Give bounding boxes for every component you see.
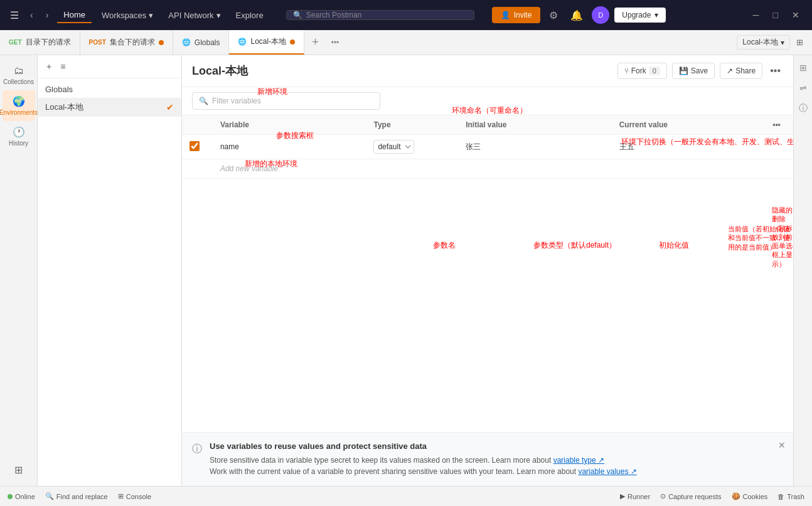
cookies-label: Cookies [743, 493, 768, 500]
trash-label: Trash [787, 493, 804, 500]
sidebar-item-history[interactable]: 🕐 History [3, 121, 35, 152]
environment-actions: ⑂ Fork 0 💾 Save ↗ Share ••• [617, 63, 783, 79]
current-value-input[interactable] [619, 142, 758, 151]
invite-button[interactable]: 👤 Invite [492, 7, 541, 23]
variables-table: Variable Type Initial value Current valu… [182, 115, 793, 179]
tab-local-dot [290, 40, 295, 45]
history-icon: 🕐 [13, 126, 25, 138]
save-icon: 💾 [679, 66, 688, 75]
runner-button[interactable]: ▶ Runner [620, 492, 650, 500]
search-placeholder: Search Postman [306, 11, 362, 19]
capture-requests-button[interactable]: ⊙ Capture requests [660, 492, 721, 500]
collections-icon: 🗂 [14, 65, 24, 76]
online-dot [8, 494, 13, 499]
minimize-button[interactable]: ─ [748, 8, 764, 23]
filter-environments-button[interactable]: ≡ [58, 60, 68, 73]
notification-icon[interactable]: 🔔 [567, 6, 587, 25]
sidebar-item-local-env[interactable]: Local-本地 ✔ [38, 98, 181, 117]
settings-icon[interactable]: ⚙ [545, 6, 562, 25]
environment-more-button[interactable]: ••• [767, 63, 783, 79]
right-sidebar: ⊞ ⇌ ⓘ [793, 55, 812, 486]
home-tab[interactable]: Home [57, 8, 92, 23]
workspaces-menu[interactable]: Workspaces ▾ [97, 8, 158, 23]
th-type: Type [366, 115, 458, 135]
row-current-cell [612, 135, 766, 159]
sidebar-item-environments[interactable]: 🌍 Environments [3, 90, 35, 121]
save-button[interactable]: 💾 Save [672, 63, 715, 79]
variable-enabled-checkbox[interactable] [190, 141, 200, 151]
env-selector-label: Local-本地 [742, 37, 778, 48]
capture-icon: ⊙ [660, 492, 666, 500]
explore-link[interactable]: Explore [231, 8, 269, 23]
avatar[interactable]: D [592, 6, 609, 24]
online-label: Online [15, 493, 35, 500]
active-env-check-icon: ✔ [166, 102, 174, 112]
variable-type-select[interactable]: default secret [373, 140, 414, 154]
new-tab-button[interactable]: + [304, 30, 326, 55]
tab-right-actions: Local-本地 ▾ ⊞ [732, 30, 812, 55]
sidebar-item-globals[interactable]: Globals [38, 81, 181, 98]
info-icon: ⓘ [192, 443, 202, 477]
close-button[interactable]: ✕ [787, 8, 804, 23]
filter-search-icon: 🔍 [199, 97, 208, 105]
add-variable-cell[interactable]: Add new variable [213, 159, 793, 179]
cookies-button[interactable]: 🍪 Cookies [732, 492, 768, 500]
back-button[interactable]: ‹ [26, 8, 37, 23]
env-selector-chevron-icon: ▾ [781, 38, 784, 47]
sidebar-item-collections[interactable]: 🗂 Collections [3, 60, 35, 90]
tab-globals-label: Globals [195, 38, 220, 47]
environments-icon: 🌍 [13, 95, 25, 107]
local-env-item-label: Local-本地 [45, 102, 83, 113]
variable-name-input[interactable] [220, 142, 359, 151]
layout-icon[interactable]: ⊞ [793, 34, 807, 51]
share-button[interactable]: ↗ Share [720, 63, 762, 79]
variables-table-container: Variable Type Initial value Current valu… [182, 115, 793, 432]
bottombar: Online 🔍 Find and replace ⊞ Console ▶ Ru… [0, 486, 812, 506]
new-environment-button[interactable]: + [44, 60, 54, 73]
variable-type-link[interactable]: variable type ↗ [553, 456, 604, 465]
share-icon: ↗ [727, 66, 733, 75]
right-panel-icon[interactable]: ⊞ [797, 60, 809, 75]
more-tabs-button[interactable]: ••• [326, 30, 345, 55]
forward-button[interactable]: › [42, 8, 53, 23]
maximize-button[interactable]: □ [768, 8, 783, 23]
mock-icon: ⊞ [14, 464, 23, 476]
info-banner: ⓘ Use variables to reuse values and prot… [182, 432, 793, 486]
globals-icon: 🌐 [182, 38, 191, 46]
th-actions: ••• [765, 115, 793, 135]
window-controls: ─ □ ✕ [748, 8, 804, 23]
invite-icon: 👤 [501, 11, 510, 19]
api-network-menu[interactable]: API Network ▾ [163, 8, 225, 23]
collections-label: Collections [3, 78, 34, 85]
console-button[interactable]: ⊞ Console [118, 492, 151, 500]
tab-local-label: Local-本地 [250, 36, 286, 47]
tab-get-request[interactable]: GET 目录下的请求 [0, 30, 80, 55]
tab-get-label: 目录下的请求 [26, 37, 71, 48]
initial-value-input[interactable] [466, 142, 604, 151]
table-header-row: Variable Type Initial value Current valu… [182, 115, 793, 135]
workspaces-chevron-icon: ▾ [149, 11, 153, 20]
search-bar[interactable]: 🔍 Search Postman [286, 10, 474, 20]
right-info-icon[interactable]: ⓘ [796, 100, 810, 117]
environment-selector[interactable]: Local-本地 ▾ [737, 35, 790, 50]
environment-content: Local-本地 ⑂ Fork 0 💾 Save ↗ Share [182, 55, 793, 486]
row-checkbox-cell [182, 135, 213, 159]
info-banner-close-button[interactable]: ✕ [778, 440, 786, 450]
info-desc1-text: Store sensitive data in variable type se… [210, 456, 551, 465]
find-replace-button[interactable]: 🔍 Find and replace [45, 492, 108, 500]
filter-variables-input[interactable] [212, 97, 373, 105]
variable-values-link[interactable]: variable values ↗ [578, 467, 636, 476]
info-desc2-text: Work with the current value of a variabl… [210, 467, 576, 476]
right-arrows-icon[interactable]: ⇌ [797, 80, 809, 95]
trash-button[interactable]: 🗑 Trash [777, 493, 804, 500]
hamburger-icon[interactable]: ☰ [8, 7, 21, 24]
add-variable-row: Add new variable [182, 159, 793, 179]
content-wrapper: Local-本地 ⑂ Fork 0 💾 Save ↗ Share [182, 55, 793, 486]
tab-globals[interactable]: 🌐 Globals [173, 30, 230, 55]
cookies-icon: 🍪 [732, 492, 740, 500]
tab-post-request[interactable]: POST 集合下的请求 [80, 30, 173, 55]
upgrade-button[interactable]: Upgrade ▾ [614, 8, 666, 23]
sidebar-item-mock[interactable]: ⊞ [3, 459, 35, 481]
tab-local-env[interactable]: 🌐 Local-本地 [229, 30, 304, 55]
fork-button[interactable]: ⑂ Fork 0 [617, 63, 667, 79]
